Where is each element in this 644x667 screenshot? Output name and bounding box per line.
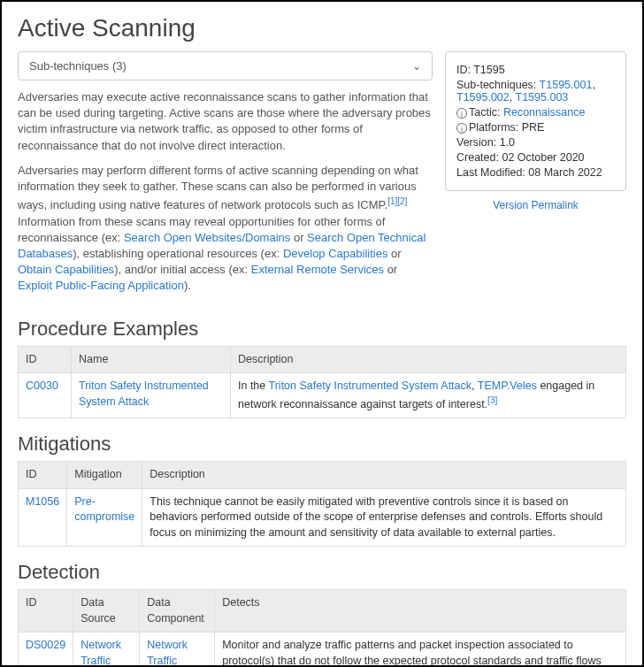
th-mitigation: Mitigation [67, 462, 142, 489]
subtech-link-1[interactable]: T1595.001 [540, 79, 593, 91]
info-icon: i [456, 108, 467, 119]
th-id: ID [19, 462, 67, 489]
id-label: ID: [456, 64, 471, 76]
subtech-link-3[interactable]: T1595.003 [516, 91, 569, 104]
procedure-name-link[interactable]: Triton Safety Instrumented System Attack [79, 380, 209, 408]
table-row: DS0029 Network Traffic Network Traffic C… [19, 632, 626, 667]
mitigations-table: ID Mitigation Description M1056 Pre-comp… [18, 461, 626, 547]
th-detects: Detects [215, 590, 626, 632]
detection-detects: Monitor and analyze traffic patterns and… [215, 632, 626, 667]
version-permalink[interactable]: Version Permalink [493, 199, 579, 211]
table-row: M1056 Pre-compromise This technique cann… [19, 488, 626, 547]
th-desc: Description [231, 346, 626, 373]
tactic-label: Tactic: [469, 106, 500, 119]
th-component: Data Component [140, 590, 215, 632]
detection-heading: Detection [18, 561, 626, 584]
info-card: ID: T1595 Sub-techniques: T1595.001, T15… [445, 51, 626, 191]
subtech-label: Sub-techniques: [456, 79, 536, 91]
description-paragraph-1: Adversaries may execute active reconnais… [18, 89, 433, 154]
procedure-examples-heading: Procedure Examples [18, 318, 626, 341]
version-value: 1.0 [500, 136, 515, 149]
link-external-remote-services[interactable]: External Remote Services [251, 263, 384, 276]
procedure-desc-link-2[interactable]: TEMP.Veles [478, 380, 537, 392]
description-paragraph-2: Adversaries may perform different forms … [18, 163, 433, 295]
created-label: Created: [456, 151, 499, 164]
link-exploit-public-facing-application[interactable]: Exploit Public-Facing Application [18, 279, 184, 292]
table-row: C0030 Triton Safety Instrumented System … [19, 373, 626, 418]
tactic-link[interactable]: Reconnaissance [503, 106, 585, 119]
th-desc: Description [142, 462, 626, 489]
citation-1[interactable]: [1] [387, 196, 397, 206]
th-name: Name [72, 346, 231, 373]
detection-table: ID Data Source Data Component Detects DS… [18, 589, 626, 667]
procedure-desc-link-1[interactable]: Triton Safety Instrumented System Attack [269, 380, 472, 392]
platforms-label: Platforms: [469, 121, 518, 134]
mitigation-desc: This technique cannot be easily mitigate… [142, 488, 626, 547]
chevron-down-icon: ⌄ [412, 60, 421, 73]
procedure-table: ID Name Description C0030 Triton Safety … [18, 346, 626, 419]
detection-id-link[interactable]: DS0029 [26, 639, 65, 651]
th-id: ID [19, 590, 73, 632]
page-title: Active Scanning [18, 14, 626, 42]
mitigation-id-link[interactable]: M1056 [26, 495, 59, 508]
subtech-link-2[interactable]: T1595.002 [456, 91, 510, 104]
info-icon: i [456, 123, 467, 134]
th-id: ID [19, 346, 72, 373]
citation-2[interactable]: [2] [397, 196, 407, 206]
link-obtain-capabilities[interactable]: Obtain Capabilities [18, 263, 114, 276]
citation-3[interactable]: [3] [487, 395, 497, 405]
link-search-open-websites[interactable]: Search Open Websites/Domains [124, 231, 290, 244]
dropdown-label: Sub-techniques (3) [29, 59, 126, 73]
platforms-value: PRE [522, 121, 545, 134]
subtechniques-dropdown[interactable]: Sub-techniques (3) ⌄ [18, 51, 433, 80]
detection-source-link[interactable]: Network Traffic [80, 639, 121, 667]
th-source: Data Source [73, 590, 140, 632]
mitigations-heading: Mitigations [18, 433, 626, 456]
mitigation-name-link[interactable]: Pre-compromise [74, 495, 134, 524]
id-value: T1595 [473, 64, 504, 76]
modified-value: 08 March 2022 [528, 166, 602, 179]
link-develop-capabilities[interactable]: Develop Capabilities [283, 247, 388, 260]
version-label: Version: [456, 136, 496, 149]
procedure-id-link[interactable]: C0030 [26, 380, 58, 392]
created-value: 02 October 2020 [502, 151, 584, 164]
detection-component-link[interactable]: Network Traffic Content [147, 639, 188, 667]
modified-label: Last Modified: [456, 166, 525, 179]
